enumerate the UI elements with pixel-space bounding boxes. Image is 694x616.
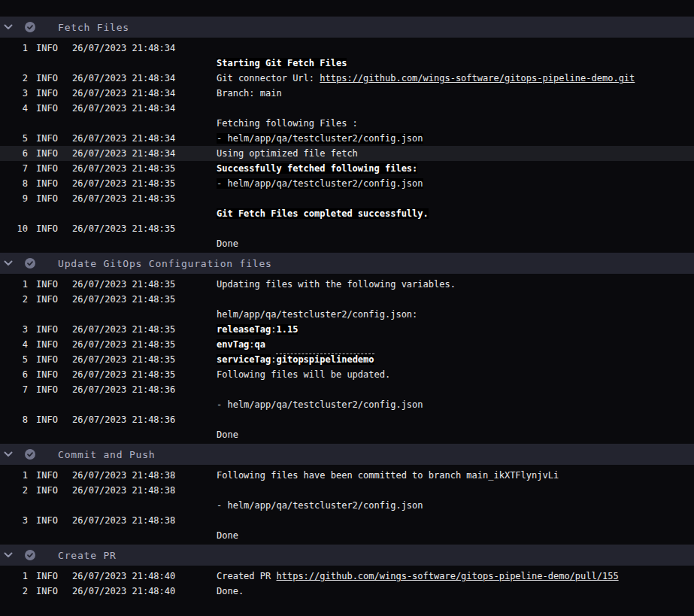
line-number: 3: [0, 86, 28, 101]
log-level: INFO: [36, 584, 59, 599]
log-text-segment: qa: [255, 339, 265, 350]
log-text-segment: Following files will be updated.: [217, 369, 390, 380]
log-row: 6INFO26/07/2023 21:48:35Following files …: [0, 367, 694, 382]
line-number: 5: [0, 131, 28, 146]
log-timestamp: [72, 206, 177, 221]
log-timestamp: 26/07/2023 21:48:38: [72, 468, 177, 483]
line-number: 2: [0, 292, 28, 307]
log-level: INFO: [36, 176, 59, 191]
log-message: Using optimized file fetch: [217, 146, 358, 161]
log-timestamp: 26/07/2023 21:48:34: [72, 101, 177, 116]
line-number: 2: [0, 483, 28, 498]
log-body: 1INFO26/07/2023 21:48:40Created PR https…: [0, 566, 694, 600]
line-number: 1: [0, 468, 28, 483]
log-row: 10INFO26/07/2023 21:48:35: [0, 221, 694, 236]
log-message: Following files have been committed to b…: [217, 468, 559, 483]
log-text-segment: Git Fetch Files completed successfully.: [217, 208, 429, 219]
line-number: 3: [0, 322, 28, 337]
log-text-segment: Starting Git Fetch Files: [217, 58, 347, 68]
line-number: [0, 397, 28, 412]
log-level: INFO: [36, 277, 59, 292]
log-row: 9INFO26/07/2023 21:48:35: [0, 191, 694, 206]
log-message: Git Fetch Files completed successfully.: [217, 206, 429, 221]
line-number: 6: [0, 146, 28, 161]
log-message: serviceTag:gitopspipelinedemo: [217, 352, 374, 367]
log-row: Starting Git Fetch Files: [0, 56, 694, 71]
log-text-segment: Git connector Url:: [217, 73, 320, 83]
log-level: [36, 236, 59, 251]
log-timestamp: 26/07/2023 21:48:35: [72, 367, 177, 382]
log-timestamp: 26/07/2023 21:48:34: [72, 71, 177, 86]
log-text-segment: Done: [217, 530, 238, 541]
log-row: 2INFO26/07/2023 21:48:38: [0, 483, 694, 498]
console-log-viewer: Fetch Files1INFO26/07/2023 21:48:34Start…: [0, 0, 694, 616]
log-text-segment: Fetching following Files :: [217, 118, 358, 129]
log-text-segment: Branch: main: [217, 88, 282, 99]
log-timestamp: 26/07/2023 21:48:35: [72, 337, 177, 352]
log-row: 7INFO26/07/2023 21:48:35Successfully fet…: [0, 161, 694, 176]
log-message: Following files will be updated.: [217, 367, 390, 382]
log-level: INFO: [36, 131, 59, 146]
log-level: INFO: [36, 191, 59, 206]
log-timestamp: [72, 498, 177, 513]
line-number: 4: [0, 337, 28, 352]
log-timestamp: 26/07/2023 21:48:40: [72, 584, 177, 599]
line-number: 6: [0, 367, 28, 382]
log-timestamp: [72, 528, 177, 543]
log-row: 3INFO26/07/2023 21:48:35releaseTag:1.15: [0, 322, 694, 337]
log-text-segment: releaseTag: [217, 324, 271, 335]
log-message: envTag:qa: [217, 337, 265, 352]
log-text-segment: Using optimized file fetch: [217, 148, 358, 159]
log-timestamp: 26/07/2023 21:48:38: [72, 483, 177, 498]
log-level: INFO: [36, 86, 59, 101]
section-title: Create PR: [58, 550, 117, 561]
log-message: Done.: [217, 584, 244, 599]
log-row: 2INFO26/07/2023 21:48:40Done.: [0, 584, 694, 599]
log-level: [36, 307, 59, 322]
log-row: Done: [0, 236, 694, 251]
section-header[interactable]: Create PR: [0, 545, 694, 566]
log-row: 4INFO26/07/2023 21:48:34: [0, 101, 694, 116]
log-level: [36, 427, 59, 442]
log-timestamp: [72, 307, 177, 322]
log-text-segment: - helm/app/qa/testcluster2/config.json: [217, 500, 423, 511]
log-text-segment: Done: [217, 238, 238, 249]
log-link[interactable]: https://github.com/wings-software/gitops…: [320, 73, 635, 83]
log-timestamp: [72, 427, 177, 442]
line-number: [0, 236, 28, 251]
log-level: INFO: [36, 101, 59, 116]
log-text-segment: Following files have been committed to b…: [217, 470, 559, 481]
log-message: Done: [217, 427, 238, 442]
log-link[interactable]: https://github.com/wings-software/gitops…: [276, 571, 618, 581]
chevron-down-icon[interactable]: [4, 24, 13, 30]
section-header[interactable]: Fetch Files: [0, 17, 694, 38]
chevron-down-icon[interactable]: [4, 552, 13, 558]
log-row: 1INFO26/07/2023 21:48:38Following files …: [0, 468, 694, 483]
log-row: - helm/app/qa/testcluster2/config.json: [0, 397, 694, 412]
log-timestamp: 26/07/2023 21:48:36: [72, 382, 177, 397]
log-message: Successfully fetched following files:: [217, 161, 417, 176]
log-row: 2INFO26/07/2023 21:48:35: [0, 292, 694, 307]
log-row: 5INFO26/07/2023 21:48:34- helm/app/qa/te…: [0, 131, 694, 146]
log-timestamp: 26/07/2023 21:48:40: [72, 569, 177, 584]
chevron-down-icon[interactable]: [4, 451, 13, 457]
log-row: 1INFO26/07/2023 21:48:35Updating files w…: [0, 277, 694, 292]
log-row: 8INFO26/07/2023 21:48:36: [0, 412, 694, 427]
chevron-down-icon[interactable]: [4, 260, 13, 266]
section-header[interactable]: Commit and Push: [0, 444, 694, 465]
log-level: INFO: [36, 382, 59, 397]
log-timestamp: 26/07/2023 21:48:35: [72, 176, 177, 191]
line-number: 10: [0, 221, 28, 236]
line-number: [0, 427, 28, 442]
log-timestamp: [72, 116, 177, 131]
log-row: helm/app/qa/testcluster2/config.json:: [0, 307, 694, 322]
log-level: [36, 397, 59, 412]
check-circle-icon: [25, 258, 35, 269]
log-level: INFO: [36, 367, 59, 382]
line-number: 8: [0, 412, 28, 427]
section-title: Update GitOps Configuration files: [58, 258, 272, 269]
log-level: [36, 116, 59, 131]
section-header[interactable]: Update GitOps Configuration files: [0, 253, 694, 274]
log-text-segment: Done.: [217, 586, 244, 596]
top-bar: [0, 0, 694, 17]
